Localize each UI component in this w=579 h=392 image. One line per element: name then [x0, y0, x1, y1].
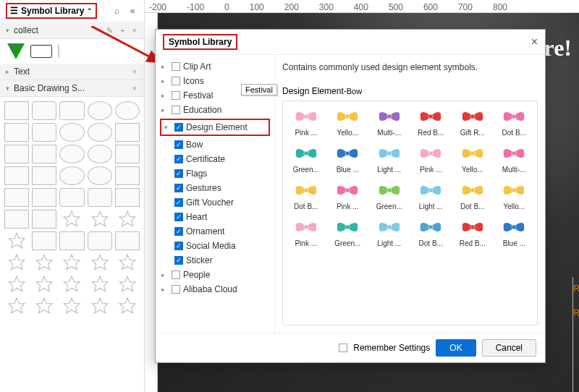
shape-item[interactable]: [88, 253, 112, 272]
collect-item-box[interactable]: [30, 45, 52, 58]
symbol-item[interactable]: Dot B...: [411, 215, 452, 249]
shape-item[interactable]: [4, 210, 29, 229]
symbol-library-dropdown[interactable]: ☰ Symbol Library ⌃: [6, 3, 97, 19]
shape-item[interactable]: [88, 101, 112, 120]
symbol-item[interactable]: Light ...: [369, 215, 410, 249]
tree-item-people[interactable]: ▸People: [156, 268, 274, 282]
shape-item[interactable]: [32, 210, 56, 229]
expand-icon[interactable]: ▸: [161, 271, 169, 278]
shape-item[interactable]: [32, 166, 56, 185]
symbol-item[interactable]: Multi-...: [369, 104, 410, 138]
symbol-item[interactable]: Green...: [286, 141, 326, 175]
expand-icon[interactable]: ▸: [161, 63, 169, 70]
tree-item-education[interactable]: ▸Education: [156, 103, 274, 117]
tree-checkbox[interactable]: [172, 77, 180, 85]
close-icon[interactable]: ×: [531, 35, 538, 48]
shape-item[interactable]: [59, 231, 84, 250]
symbol-item[interactable]: Pink ...: [411, 141, 452, 175]
shape-item[interactable]: [88, 231, 112, 250]
tree-item-ornament[interactable]: ✓Ornament: [156, 224, 274, 239]
symbol-item[interactable]: Pink ...: [286, 104, 326, 138]
tree-item-social-media[interactable]: ✓Social Media: [156, 239, 274, 253]
expand-icon[interactable]: ▸: [161, 77, 169, 85]
shape-item[interactable]: [4, 145, 29, 163]
symbol-item[interactable]: Blue ...: [328, 141, 368, 175]
shape-item[interactable]: [59, 188, 84, 207]
shape-item[interactable]: [115, 166, 140, 185]
shape-item[interactable]: [88, 188, 112, 207]
shape-item[interactable]: [4, 123, 29, 142]
shape-item[interactable]: [115, 145, 140, 163]
shape-item[interactable]: [115, 297, 140, 315]
symbol-item[interactable]: Dot B...: [494, 104, 535, 138]
section-basic-shapes[interactable]: ▾ Basic Drawing S... ×: [0, 80, 144, 97]
shape-item[interactable]: [4, 101, 29, 120]
section-add-icon[interactable]: +: [119, 26, 126, 35]
tree-item-certificate[interactable]: ✓Certificate: [156, 152, 274, 166]
shape-item[interactable]: [59, 123, 84, 142]
section-edit-icon[interactable]: ✎: [105, 26, 114, 35]
section-collect[interactable]: ▾ collect ✎ + ×: [0, 22, 144, 39]
tree-item-alibaba-cloud[interactable]: ▸Alibaba Cloud: [156, 282, 274, 297]
symbol-item[interactable]: Pink ...: [328, 178, 368, 212]
shape-item[interactable]: [115, 210, 140, 229]
shape-item[interactable]: [59, 145, 84, 163]
expand-icon[interactable]: ▸: [161, 286, 169, 293]
remember-checkbox[interactable]: [339, 344, 347, 352]
tree-item-sticker[interactable]: ✓Sticker: [156, 253, 274, 268]
symbol-item[interactable]: Green...: [369, 178, 410, 212]
symbol-item[interactable]: Pink ...: [286, 215, 326, 249]
shape-item[interactable]: [59, 275, 84, 294]
tree-item-heart[interactable]: ✓Heart: [156, 210, 274, 224]
shape-item[interactable]: [115, 253, 140, 272]
tree-item-design-element[interactable]: ▾✓Design Element: [160, 119, 270, 136]
shape-item[interactable]: [59, 297, 84, 315]
shape-item[interactable]: [59, 253, 84, 272]
cancel-button[interactable]: Cancel: [482, 339, 536, 357]
shape-item[interactable]: [4, 253, 29, 272]
shape-item[interactable]: [115, 188, 140, 207]
tree-checkbox[interactable]: ✓: [174, 140, 183, 149]
shape-item[interactable]: [32, 253, 56, 272]
tree-checkbox[interactable]: ✓: [174, 198, 183, 207]
search-icon[interactable]: ⌕: [111, 6, 122, 16]
symbol-item[interactable]: Yello...: [452, 141, 493, 175]
shape-item[interactable]: [32, 275, 56, 294]
symbol-item[interactable]: Yello...: [328, 104, 368, 138]
shape-item[interactable]: [4, 166, 29, 185]
tree-checkbox[interactable]: [172, 270, 180, 279]
symbol-item[interactable]: Blue ...: [494, 215, 535, 249]
shape-item[interactable]: [32, 231, 56, 250]
symbol-item[interactable]: Dot B...: [452, 178, 493, 212]
shape-item[interactable]: [88, 123, 112, 142]
expand-icon[interactable]: ▸: [161, 92, 169, 99]
shape-item[interactable]: [32, 297, 56, 315]
symbol-item[interactable]: Dot B...: [286, 178, 326, 212]
expand-icon[interactable]: ▸: [161, 106, 169, 114]
symbol-item[interactable]: Light ...: [411, 178, 452, 212]
symbol-item[interactable]: Multi-...: [494, 141, 535, 175]
shape-item[interactable]: [59, 166, 84, 185]
shape-item[interactable]: [115, 231, 140, 250]
shape-item[interactable]: [88, 210, 112, 229]
shape-item[interactable]: [88, 166, 112, 185]
collapse-icon[interactable]: «: [127, 6, 138, 16]
section-text[interactable]: ▸ Text ×: [0, 64, 144, 80]
shape-item[interactable]: [32, 123, 56, 142]
tree-checkbox[interactable]: ✓: [174, 169, 183, 178]
symbol-item[interactable]: Light ...: [369, 141, 410, 175]
section-close-icon[interactable]: ×: [131, 67, 138, 76]
section-close-icon[interactable]: ×: [131, 26, 138, 35]
symbol-item[interactable]: Red B...: [411, 104, 452, 138]
tree-checkbox[interactable]: ✓: [174, 242, 183, 250]
tree-checkbox[interactable]: ✓: [174, 155, 183, 163]
shape-item[interactable]: [115, 101, 140, 120]
shape-item[interactable]: [115, 275, 140, 294]
tree-item-bow[interactable]: ✓Bow: [156, 137, 274, 152]
shape-item[interactable]: [4, 275, 29, 294]
symbol-item[interactable]: Green...: [328, 215, 368, 249]
tree-checkbox[interactable]: [172, 91, 180, 100]
tree-checkbox[interactable]: [172, 62, 180, 71]
shape-item[interactable]: [4, 297, 29, 315]
tree-checkbox[interactable]: ✓: [174, 256, 183, 265]
